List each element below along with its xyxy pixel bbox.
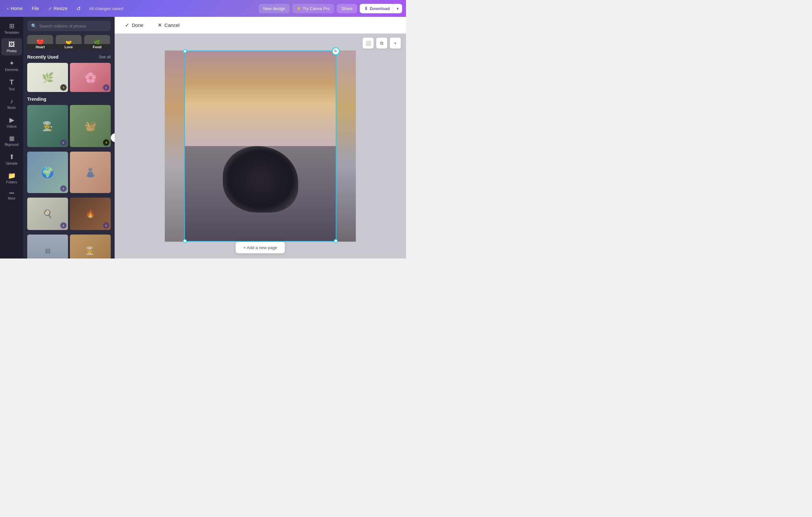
trending-header: Trending [27, 97, 111, 102]
sidebar-item-elements[interactable]: ✦ Elements [1, 57, 22, 74]
download-icon: ⬇ [364, 6, 368, 11]
cancel-button[interactable]: ✕ Cancel [154, 20, 183, 30]
canvas-area: ✓ Done ✕ Cancel ⬜ ⧉ + [115, 17, 406, 258]
uploads-icon: ⬆ [9, 153, 14, 161]
sidebar-item-background[interactable]: ▦ Bkground [1, 132, 22, 149]
photo-thumb-fireplace[interactable]: 🔥 £ [70, 198, 111, 230]
text-icon: T [9, 78, 13, 86]
photos-icon: 🖼 [8, 41, 15, 48]
music-icon: ♪ [10, 98, 13, 105]
try-pro-button[interactable]: ♛ Try Canva Pro [292, 4, 334, 13]
canvas-tools: ⬜ ⧉ + [362, 37, 401, 49]
download-group: ⬇ Download ▾ [360, 4, 402, 13]
trending-grid-row4: ▤ 👨‍🍳 £ [27, 235, 111, 258]
sidebar-item-music[interactable]: ♪ Music [1, 95, 22, 112]
undo-icon: ↺ [77, 5, 81, 12]
crown-icon: ♛ [297, 6, 301, 11]
navbar: ‹ Home File ⤢ Resize ↺ All changes saved… [0, 0, 406, 17]
home-label: Home [11, 6, 23, 11]
sidebar-item-label: Bkground [5, 143, 19, 146]
canvas-workspace[interactable]: ⬜ ⧉ + [115, 34, 406, 258]
photo-overflow-left [165, 51, 184, 242]
videos-icon: ▶ [9, 116, 14, 124]
copy-button[interactable]: ⧉ [376, 37, 387, 49]
sidebar-item-label: Text [9, 87, 14, 91]
sidebar-item-label: Photos [6, 49, 17, 53]
file-label: File [32, 6, 39, 11]
checkmark-icon: ✓ [125, 22, 129, 28]
duplicate-frame-button[interactable]: ⬜ [362, 37, 374, 49]
sidebar-item-photos[interactable]: 🖼 Photos [1, 38, 22, 55]
category-food[interactable]: 🌿 Food [84, 35, 110, 50]
category-love[interactable]: 🤝 Love [56, 35, 82, 50]
pro-badge-fireplace: £ [103, 222, 110, 229]
food-chip-label: Food [84, 44, 110, 50]
chevron-left-icon: ‹ [7, 6, 9, 11]
photo-thumb-blinds[interactable]: ▤ [27, 235, 68, 258]
x-icon: ✕ [158, 22, 162, 28]
download-expand-button[interactable]: ▾ [393, 4, 402, 13]
done-button[interactable]: ✓ Done [121, 20, 147, 30]
photo-frame: ↻ [165, 51, 356, 242]
templates-icon: ⊞ [9, 22, 14, 30]
pro-badge-leaf: ♛ [60, 84, 67, 91]
chevron-down-icon: ▾ [397, 6, 399, 11]
resize-handle-bottom-left[interactable] [183, 239, 187, 243]
home-button[interactable]: ‹ Home [4, 4, 26, 13]
trending-title: Trending [27, 97, 46, 102]
sidebar-item-label: More [8, 197, 16, 200]
sidebar-item-more[interactable]: ••• More [1, 188, 22, 203]
add-page-button[interactable]: + Add a new page [236, 242, 285, 253]
search-input[interactable] [39, 24, 107, 28]
main-layout: ⊞ Templates 🖼 Photos ✦ Elements T Text ♪… [0, 17, 406, 258]
sidebar-item-templates[interactable]: ⊞ Templates [1, 20, 22, 37]
recently-used-grid: 🌿 ♛ 🌸 £ [27, 63, 111, 92]
sidebar-item-text[interactable]: T Text [1, 76, 22, 93]
search-bar: 🔍 [27, 21, 111, 31]
sidebar-item-videos[interactable]: ▶ Videos [1, 113, 22, 131]
photo-thumb-cook[interactable]: 👨‍🍳 £ [27, 105, 68, 147]
photo-thumb-leaf[interactable]: 🌿 ♛ [27, 63, 68, 92]
resize-label: Resize [54, 6, 68, 11]
action-bar: ✓ Done ✕ Cancel [115, 17, 406, 34]
resize-handle-bottom-right[interactable] [334, 239, 338, 243]
photos-panel: 🔍 ❤️ Heart 🤝 Love 🌿 Food [23, 17, 115, 258]
category-heart[interactable]: ❤️ Heart [27, 35, 53, 50]
pro-badge-kitchen: £ [60, 222, 67, 229]
add-element-button[interactable]: + [390, 37, 401, 49]
pro-badge-picnic: ♛ [103, 139, 110, 146]
rotate-handle[interactable]: ↻ [332, 47, 340, 55]
more-icon: ••• [9, 190, 14, 196]
photo-overflow-right [337, 51, 356, 242]
resize-button[interactable]: ⤢ Resize [45, 4, 71, 13]
new-design-button[interactable]: New design [259, 4, 290, 13]
category-row: ❤️ Heart 🤝 Love 🌿 Food › [27, 35, 111, 50]
elements-icon: ✦ [9, 59, 14, 67]
resize-handle-top-left[interactable] [183, 49, 187, 53]
sidebar-item-label: Templates [4, 31, 19, 34]
file-button[interactable]: File [28, 4, 42, 13]
frame-icon: ⬜ [366, 40, 371, 46]
sidebar-item-uploads[interactable]: ⬆ Uploads [1, 150, 22, 168]
photo-thumb-kitchen[interactable]: 🍳 £ [27, 198, 68, 230]
undo-button[interactable]: ↺ [73, 4, 84, 13]
sidebar-item-folders[interactable]: 📁 Folders [1, 169, 22, 187]
download-button[interactable]: ⬇ Download [360, 4, 394, 13]
photo-thumb-picnic[interactable]: 🧺 ♛ [70, 105, 111, 147]
photo-thumb-earth[interactable]: 🌍 £ [27, 152, 68, 193]
share-button[interactable]: Share [337, 4, 357, 13]
photo-thumb-dress[interactable]: 👗 [70, 152, 111, 193]
photo-thumb-roses[interactable]: 🌸 £ [70, 63, 111, 92]
sidebar-item-label: Music [7, 106, 16, 109]
recently-used-title: Recently Used [27, 54, 58, 60]
photo-thumb-chef[interactable]: 👨‍🍳 £ [70, 235, 111, 258]
resize-icon: ⤢ [48, 6, 52, 11]
photo-frame-inner[interactable]: ↻ [184, 51, 337, 242]
sidebar-item-label: Uploads [6, 162, 18, 165]
sidebar-item-label: Folders [6, 181, 17, 184]
see-all-button[interactable]: See all [99, 55, 111, 59]
hide-panel-button[interactable]: ‹ [111, 133, 115, 142]
pro-badge-roses: £ [103, 84, 110, 91]
photo-main-image[interactable] [185, 51, 336, 241]
recently-used-header: Recently Used See all [27, 54, 111, 60]
